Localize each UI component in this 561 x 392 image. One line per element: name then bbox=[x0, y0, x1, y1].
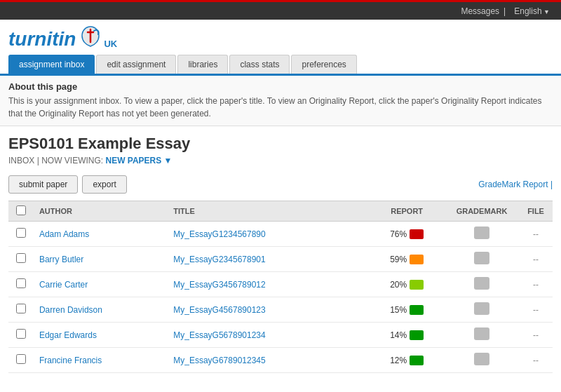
file-link: -- bbox=[533, 229, 539, 239]
grademark-comment-icon[interactable] bbox=[474, 302, 489, 315]
svg-rect-8 bbox=[475, 328, 489, 338]
author-link[interactable]: Barry Butler bbox=[39, 255, 83, 264]
row-checkbox[interactable] bbox=[16, 304, 26, 313]
now-viewing-label: NOW VIEWING: bbox=[41, 156, 103, 165]
table-row: Edgar EdwardsMy_EssayG567890123414%-- bbox=[8, 323, 553, 348]
title-link[interactable]: My_EssayG3456789012 bbox=[173, 280, 265, 290]
report-percentage[interactable]: 15% bbox=[390, 305, 407, 315]
grademark-comment-icon[interactable] bbox=[474, 327, 489, 340]
export-button[interactable]: export bbox=[82, 175, 126, 194]
nav-tabs: assignment inbox edit assignment librari… bbox=[8, 55, 553, 74]
submissions-table: AUTHOR TITLE REPORT GRADEMARK FILE Adam … bbox=[8, 201, 553, 373]
report-bar bbox=[410, 356, 424, 365]
svg-marker-7 bbox=[478, 313, 481, 315]
report-bar bbox=[410, 255, 424, 264]
report-bar bbox=[410, 280, 424, 290]
language-selector[interactable]: English bbox=[514, 6, 550, 16]
info-box: About this page This is your assignment … bbox=[0, 76, 561, 126]
grademark-comment-icon[interactable] bbox=[474, 277, 489, 290]
col-header-title: TITLE bbox=[168, 201, 369, 222]
messages-link[interactable]: Messages bbox=[461, 6, 499, 16]
title-link[interactable]: My_EssayG5678901234 bbox=[173, 330, 265, 340]
author-link[interactable]: Francine Francis bbox=[39, 356, 102, 365]
svg-rect-10 bbox=[475, 353, 489, 363]
title-link[interactable]: My_EssayG4567890123 bbox=[173, 305, 265, 315]
top-bar: Messages | English bbox=[0, 0, 561, 20]
title-link[interactable]: My_EssayG2345678901 bbox=[173, 255, 265, 264]
svg-marker-11 bbox=[478, 363, 481, 365]
tab-assignment-inbox[interactable]: assignment inbox bbox=[8, 55, 95, 74]
report-percentage[interactable]: 76% bbox=[390, 229, 407, 239]
file-link: -- bbox=[533, 280, 539, 290]
file-link: -- bbox=[533, 330, 539, 340]
inbox-nav: INBOX | NOW VIEWING: NEW PAPERS ▼ bbox=[8, 156, 553, 165]
table-row: Carrie CarterMy_EssayG345678901220%-- bbox=[8, 272, 553, 297]
grademark-report-link[interactable]: GradeMark Report | bbox=[478, 180, 553, 189]
separator: | bbox=[503, 6, 506, 16]
submit-paper-button[interactable]: submit paper bbox=[8, 175, 78, 194]
logo-text: turnitin bbox=[8, 28, 76, 50]
svg-rect-6 bbox=[475, 303, 489, 313]
row-checkbox[interactable] bbox=[16, 253, 26, 263]
title-link[interactable]: My_EssayG6789012345 bbox=[173, 356, 265, 365]
table-row: Darren DavidsonMy_EssayG456789012315%-- bbox=[8, 297, 553, 323]
tab-class-stats[interactable]: class stats bbox=[229, 55, 290, 74]
inbox-label: INBOX bbox=[8, 156, 34, 165]
tab-libraries[interactable]: libraries bbox=[177, 55, 228, 74]
report-bar bbox=[410, 330, 424, 340]
author-link[interactable]: Edgar Edwards bbox=[39, 330, 97, 340]
select-all-checkbox[interactable] bbox=[16, 205, 26, 215]
logo: turnitin UK bbox=[8, 25, 553, 50]
svg-marker-5 bbox=[478, 288, 481, 290]
grademark-comment-icon[interactable] bbox=[474, 353, 489, 365]
svg-rect-4 bbox=[475, 278, 489, 288]
logo-uk: UK bbox=[104, 39, 117, 49]
report-percentage[interactable]: 59% bbox=[390, 255, 407, 264]
row-checkbox[interactable] bbox=[16, 354, 26, 364]
col-header-author: AUTHOR bbox=[34, 201, 168, 222]
table-row: Barry ButlerMy_EssayG234567890159%-- bbox=[8, 247, 553, 272]
tab-edit-assignment[interactable]: edit assignment bbox=[96, 55, 176, 74]
assignment-title: EPS0101 Example Essay bbox=[8, 135, 553, 153]
report-bar bbox=[410, 305, 424, 315]
col-header-file: FILE bbox=[519, 201, 553, 222]
info-title: About this page bbox=[8, 81, 553, 92]
svg-rect-2 bbox=[475, 252, 489, 262]
report-percentage[interactable]: 14% bbox=[390, 330, 407, 340]
svg-rect-0 bbox=[475, 227, 489, 237]
col-header-check bbox=[8, 201, 34, 222]
file-link: -- bbox=[533, 255, 539, 264]
title-link[interactable]: My_EssayG1234567890 bbox=[173, 229, 265, 239]
author-link[interactable]: Carrie Carter bbox=[39, 280, 88, 290]
row-checkbox[interactable] bbox=[16, 278, 26, 288]
row-checkbox[interactable] bbox=[16, 329, 26, 339]
table-row: Francine FrancisMy_EssayG678901234512%-- bbox=[8, 348, 553, 373]
author-link[interactable]: Darren Davidson bbox=[39, 305, 102, 315]
report-percentage[interactable]: 20% bbox=[390, 280, 407, 290]
col-header-grademark: GRADEMARK bbox=[445, 201, 519, 222]
grademark-comment-icon[interactable] bbox=[474, 227, 489, 239]
report-percentage[interactable]: 12% bbox=[390, 356, 407, 365]
grademark-comment-icon[interactable] bbox=[474, 252, 489, 264]
main-content: EPS0101 Example Essay INBOX | NOW VIEWIN… bbox=[0, 126, 561, 381]
table-row: Adam AdamsMy_EssayG123456789076%-- bbox=[8, 222, 553, 247]
col-header-report: REPORT bbox=[369, 201, 445, 222]
report-bar bbox=[410, 229, 424, 239]
svg-marker-1 bbox=[478, 237, 481, 239]
filter-dropdown[interactable]: NEW PAPERS ▼ bbox=[105, 156, 172, 165]
info-body: This is your assignment inbox. To view a… bbox=[8, 95, 553, 120]
tab-preferences[interactable]: preferences bbox=[291, 55, 356, 74]
file-link: -- bbox=[533, 305, 539, 315]
svg-marker-3 bbox=[478, 262, 481, 264]
row-checkbox[interactable] bbox=[16, 228, 26, 238]
svg-marker-9 bbox=[478, 338, 481, 340]
button-row: submit paper export GradeMark Report | bbox=[8, 175, 553, 194]
header: turnitin UK assignment inbox edit assign… bbox=[0, 20, 561, 76]
action-buttons: submit paper export bbox=[8, 175, 127, 194]
author-link[interactable]: Adam Adams bbox=[39, 229, 89, 239]
file-link: -- bbox=[533, 356, 539, 365]
logo-icon bbox=[79, 25, 102, 50]
